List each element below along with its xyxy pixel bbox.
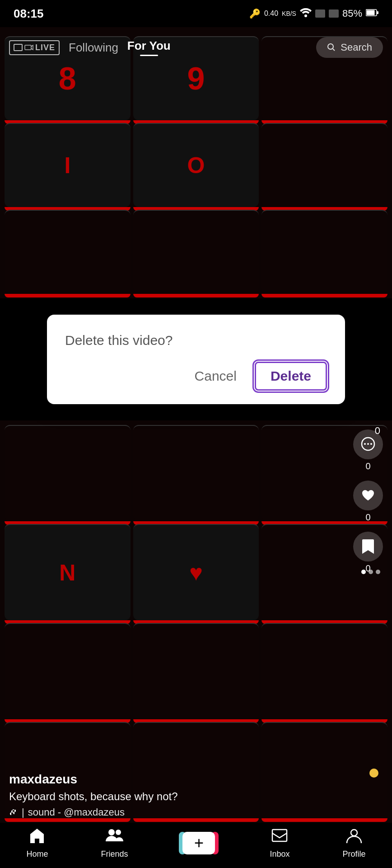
likes-count: 0 xyxy=(365,512,370,523)
key-bot-7 xyxy=(5,623,131,719)
key-empty4 xyxy=(133,210,259,294)
for-you-tab[interactable]: For You xyxy=(127,39,171,56)
speed-unit: KB/S xyxy=(282,10,296,17)
svg-point-0 xyxy=(304,14,307,17)
friends-label: Friends xyxy=(101,849,128,859)
comments-count: 0 xyxy=(365,461,370,472)
nav-profile[interactable]: Profile xyxy=(342,828,365,859)
likes-icon-wrap xyxy=(353,481,383,510)
live-badge[interactable]: LIVE xyxy=(9,40,60,55)
top-navigation: LIVE Following For You Search xyxy=(0,27,392,68)
svg-point-5 xyxy=(328,44,333,49)
add-icon: + xyxy=(194,835,204,851)
delete-dialog: Delete this video? Cancel Delete xyxy=(47,315,345,404)
username[interactable]: maxdazeus xyxy=(9,772,178,787)
status-bar: 08:15 🔑 0.40 KB/S 85% xyxy=(0,0,392,27)
battery-level: 85% xyxy=(342,8,362,19)
key-N: N xyxy=(5,524,131,620)
dialog-buttons: Cancel Delete xyxy=(65,362,327,391)
svg-point-8 xyxy=(367,443,369,445)
svg-rect-12 xyxy=(272,830,287,841)
sound-info: | sound - @maxdazeus xyxy=(9,807,178,818)
inbox-icon xyxy=(271,828,288,848)
battery-icon xyxy=(366,9,378,19)
svg-point-11 xyxy=(116,830,121,835)
key-bot-9 xyxy=(261,623,387,719)
wifi-icon xyxy=(300,8,312,19)
dot2 xyxy=(369,570,373,574)
cancel-button[interactable]: Cancel xyxy=(186,364,246,388)
signal-icon2 xyxy=(329,9,339,18)
tab-indicator xyxy=(140,55,158,56)
key-bot-1 xyxy=(5,425,131,521)
key-empty5 xyxy=(261,210,387,294)
sound-separator: | xyxy=(22,807,24,818)
key-heart: ♥ xyxy=(133,524,259,620)
more-options xyxy=(361,570,380,574)
friends-icon xyxy=(105,828,123,848)
svg-point-9 xyxy=(370,443,372,445)
key-bot-12 xyxy=(261,722,387,818)
svg-point-7 xyxy=(364,443,366,445)
key-bot-2 xyxy=(133,425,259,521)
nav-inbox[interactable]: Inbox xyxy=(270,828,289,859)
likes-action[interactable]: 0 xyxy=(353,481,383,523)
status-icons: 🔑 0.40 KB/S 85% xyxy=(249,8,378,19)
dialog-title: Delete this video? xyxy=(65,333,327,348)
bookmarks-icon-wrap xyxy=(353,532,383,561)
video-background-bottom: N ♥ xyxy=(0,420,392,823)
key-icon: 🔑 xyxy=(249,8,261,19)
dot3 xyxy=(376,570,380,574)
key-empty2 xyxy=(261,123,387,207)
status-time: 08:15 xyxy=(14,7,44,21)
svg-point-13 xyxy=(351,830,357,836)
nav-friends[interactable]: Friends xyxy=(101,828,128,859)
key-empty3 xyxy=(5,210,131,294)
sound-label: sound - @maxdazeus xyxy=(28,807,125,818)
dialog-overlay: Delete this video? Cancel Delete xyxy=(0,298,392,420)
comments-action[interactable]: 0 xyxy=(353,429,383,472)
key-bot-8 xyxy=(133,623,259,719)
following-tab[interactable]: Following xyxy=(69,41,118,55)
music-dot xyxy=(369,769,378,778)
profile-icon xyxy=(346,828,362,848)
video-caption: Keyboard shots, because why not? xyxy=(9,790,178,803)
signal-icon1 xyxy=(315,9,325,18)
search-button[interactable]: Search xyxy=(316,37,383,58)
svg-rect-4 xyxy=(25,45,31,50)
user-info: maxdazeus Keyboard shots, because why no… xyxy=(9,772,178,818)
bottom-navigation: Home Friends + Inbox xyxy=(0,823,392,868)
dot1 xyxy=(361,570,366,574)
svg-point-10 xyxy=(108,829,115,835)
nav-add[interactable]: + xyxy=(181,832,217,854)
nav-home[interactable]: Home xyxy=(26,828,48,859)
svg-rect-3 xyxy=(377,11,378,14)
key-I: I xyxy=(5,123,131,207)
key-O: O xyxy=(133,123,259,207)
right-actions: 0 0 0 xyxy=(353,429,383,574)
profile-label: Profile xyxy=(342,849,365,859)
bookmarks-action[interactable]: 0 xyxy=(353,532,383,574)
speed-indicator: 0.40 xyxy=(264,9,278,18)
home-label: Home xyxy=(26,849,48,859)
inbox-label: Inbox xyxy=(270,849,289,859)
svg-rect-2 xyxy=(367,10,375,15)
comments-icon-wrap xyxy=(353,429,383,459)
delete-button[interactable]: Delete xyxy=(255,362,327,391)
home-icon xyxy=(29,828,45,848)
